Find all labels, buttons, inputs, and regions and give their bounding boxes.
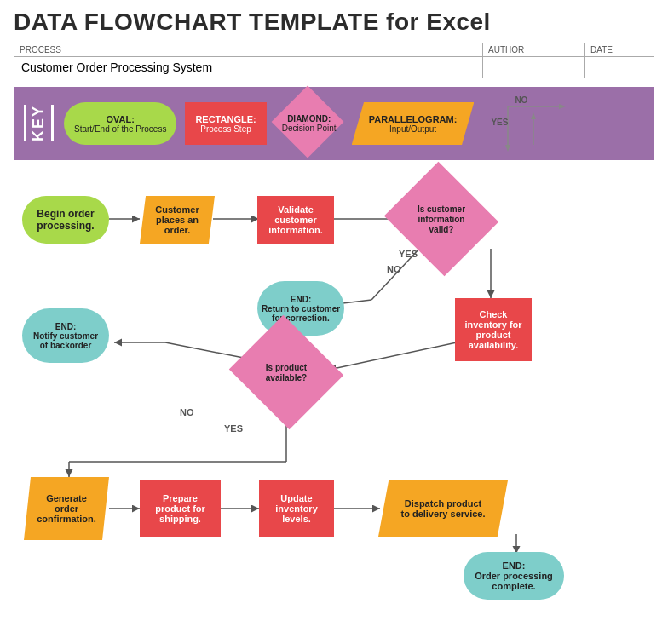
key-para-shape: PARALLELOGRAM: Input/Output bbox=[352, 102, 475, 145]
key-diamond-inner: DIAMOND: Decision Point bbox=[282, 114, 337, 133]
diamond-text-valid: Is customer information valid? bbox=[418, 204, 465, 234]
key-yesno: NO YES bbox=[491, 94, 567, 153]
no2-label: NO bbox=[180, 407, 194, 417]
oval-desc: Start/End of the Process bbox=[74, 124, 166, 134]
no1-label: NO bbox=[387, 264, 401, 274]
author-label: AUTHOR bbox=[483, 43, 585, 56]
svg-marker-3 bbox=[505, 145, 510, 152]
oval-label: OVAL: bbox=[74, 114, 166, 124]
key-section: KEY OVAL: Start/End of the Process RECTA… bbox=[14, 87, 654, 160]
node-end-complete: END: Order processing complete. bbox=[464, 552, 564, 600]
diamond-label: DIAMOND: bbox=[282, 114, 337, 124]
form-labels: PROCESS AUTHOR DATE bbox=[14, 43, 654, 57]
node-check-inventory: Check inventory for product availability… bbox=[455, 298, 532, 361]
key-para-text: PARALLELOGRAM: Input/Output bbox=[369, 114, 458, 134]
main-title: DATA FLOWCHART TEMPLATE for Excel bbox=[14, 9, 654, 36]
key-oval: OVAL: Start/End of the Process bbox=[64, 102, 176, 145]
key-diamond-shape: DIAMOND: Decision Point bbox=[282, 96, 337, 151]
node-end-backorder: END: Notify customer of backorder bbox=[22, 308, 109, 363]
node-customer-order: Customer places an order. bbox=[140, 196, 215, 244]
diamond-desc: Decision Point bbox=[282, 124, 337, 133]
date-value bbox=[585, 57, 654, 78]
svg-line-13 bbox=[329, 342, 457, 370]
para-label: PARALLELOGRAM: bbox=[369, 114, 458, 124]
rect-desc: Process Step bbox=[195, 124, 256, 134]
process-value: Customer Order Processing System bbox=[14, 57, 483, 78]
node-prepare-ship: Prepare product for shipping. bbox=[140, 480, 221, 537]
key-items: OVAL: Start/End of the Process RECTANGLE… bbox=[64, 94, 644, 153]
no-label: NO bbox=[515, 95, 527, 105]
rect-label: RECTANGLE: bbox=[195, 114, 256, 124]
date-label: DATE bbox=[585, 43, 654, 56]
svg-marker-5 bbox=[531, 112, 536, 119]
title-part2: for Excel bbox=[379, 9, 491, 35]
node-validate: Validate customer information. bbox=[257, 196, 334, 244]
flowchart: YES NO NO YES Begin order processing. Cu… bbox=[14, 172, 654, 589]
node-gen-order: Generate order confirmation. bbox=[24, 477, 109, 540]
title-part1: DATA FLOWCHART TEMPLATE bbox=[14, 9, 379, 35]
yes-label: YES bbox=[491, 118, 508, 127]
key-label: KEY bbox=[24, 105, 54, 141]
key-diamond: DIAMOND: Decision Point bbox=[275, 94, 343, 153]
key-rect: RECTANGLE: Process Step bbox=[185, 102, 266, 145]
form-section: PROCESS AUTHOR DATE Customer Order Proce… bbox=[14, 43, 654, 78]
key-diamond-wrapper: DIAMOND: Decision Point bbox=[275, 94, 343, 153]
node-begin: Begin order processing. bbox=[22, 196, 109, 244]
key-para: PARALLELOGRAM: Input/Output bbox=[352, 102, 475, 145]
svg-line-14 bbox=[165, 342, 252, 359]
key-oval-shape: OVAL: Start/End of the Process bbox=[64, 102, 176, 145]
svg-marker-1 bbox=[559, 104, 566, 109]
key-diamond-text: DIAMOND: Decision Point bbox=[282, 96, 337, 151]
key-rect-shape: RECTANGLE: Process Step bbox=[185, 102, 266, 145]
form-values: Customer Order Processing System bbox=[14, 57, 654, 78]
key-yesno-diagram: NO YES bbox=[491, 94, 567, 153]
key-rect-text: RECTANGLE: Process Step bbox=[195, 114, 256, 134]
author-value bbox=[483, 57, 585, 78]
diamond-text-avail: Is product available? bbox=[266, 362, 307, 382]
node-product-available: Is product available? bbox=[244, 334, 329, 411]
para-desc: Input/Output bbox=[369, 124, 458, 134]
key-oval-text: OVAL: Start/End of the Process bbox=[74, 114, 166, 134]
page: DATA FLOWCHART TEMPLATE for Excel PROCES… bbox=[0, 0, 668, 598]
process-label: PROCESS bbox=[14, 43, 483, 56]
node-info-valid: Is customer information valid? bbox=[399, 181, 484, 257]
node-update-inv: Update inventory levels. bbox=[259, 480, 334, 537]
node-dispatch: Dispatch product to delivery service. bbox=[378, 480, 508, 537]
yes2-label: YES bbox=[224, 423, 243, 434]
